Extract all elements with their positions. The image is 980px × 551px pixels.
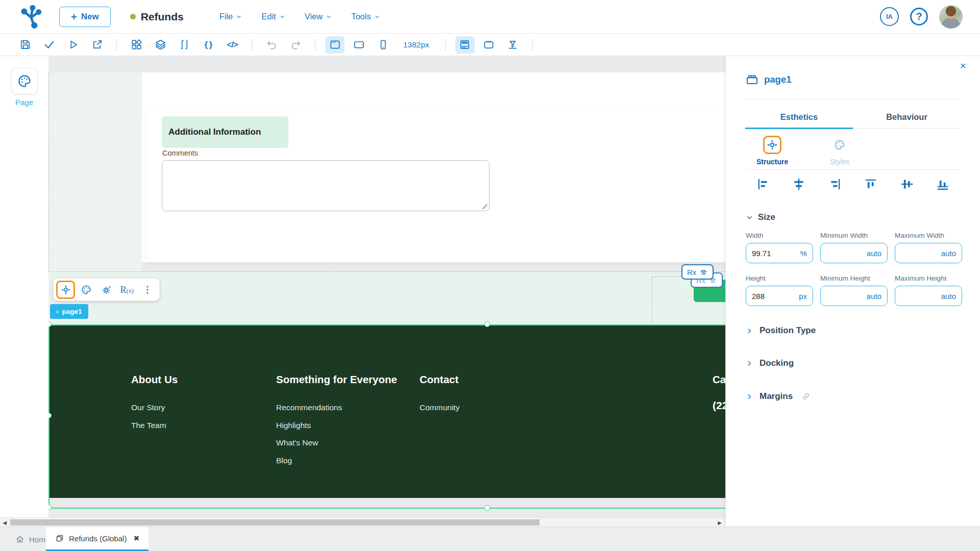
align-center-horizontal-button[interactable]	[792, 178, 805, 191]
field-input[interactable]: auto	[820, 286, 888, 306]
scrollbar-thumb[interactable]	[10, 519, 540, 525]
tab-behaviour[interactable]: Behaviour	[853, 106, 961, 128]
align-top-button[interactable]	[864, 178, 877, 191]
design-canvas[interactable]: Additional Information Comments R(x) ‹ p…	[48, 56, 725, 517]
palette-icon	[17, 73, 32, 89]
structure-icon	[60, 284, 71, 295]
site-footer-widget[interactable]: About UsOur StoryThe TeamSomething for E…	[48, 324, 725, 498]
section-label: Docking	[760, 358, 794, 368]
section-label: Position Type	[760, 325, 816, 336]
footer-link[interactable]: Community	[420, 399, 459, 417]
funnel-button[interactable]	[503, 36, 523, 54]
field-label: Maximum Width	[895, 232, 962, 239]
canvas-horizontal-scrollbar[interactable]: ◀ ▶	[0, 517, 725, 527]
rx-visibility-chip[interactable]: Rx	[681, 264, 714, 280]
menu-file[interactable]: File	[219, 12, 242, 21]
menu-view[interactable]: View	[305, 12, 332, 21]
footer-link[interactable]: Recommendations	[276, 399, 342, 417]
field-input[interactable]: 288 px	[746, 286, 813, 306]
field-label: Width	[746, 232, 813, 239]
export-button[interactable]	[87, 36, 107, 54]
field-unit: %	[800, 249, 807, 258]
tray-icon	[483, 39, 495, 51]
section-position-type[interactable]: Position Type	[746, 325, 816, 336]
desktop-button[interactable]	[325, 36, 345, 54]
subtab-structure[interactable]: Structure	[756, 136, 788, 166]
chevron-right-icon	[746, 327, 753, 335]
rx-button[interactable]: R(x)	[117, 281, 136, 299]
field-input[interactable]: auto	[820, 243, 888, 263]
palette-button[interactable]	[77, 281, 95, 299]
page-tool-label: Page	[0, 98, 48, 107]
menu-tools[interactable]: Tools	[351, 12, 380, 21]
close-tab-icon[interactable]: ✖	[133, 534, 139, 542]
align-right-button[interactable]	[828, 178, 842, 191]
footer-link[interactable]: Our Story	[131, 399, 166, 417]
tablet-icon	[353, 39, 365, 51]
scroll-left-arrow[interactable]: ◀	[1, 519, 8, 526]
structure-button[interactable]	[56, 281, 75, 299]
redo-button[interactable]	[286, 36, 305, 54]
header-footer-button[interactable]	[455, 36, 475, 54]
structure-icon	[766, 139, 778, 151]
save-button[interactable]	[15, 36, 35, 54]
selection-top-line	[48, 324, 725, 325]
footer-link-list: Community	[420, 399, 459, 417]
align-center-vertical-button[interactable]	[900, 178, 914, 191]
dots-button[interactable]	[138, 281, 157, 299]
size-fields-grid: Width 99.71 % Minimum Width auto Maximum…	[746, 232, 962, 306]
check-button[interactable]	[39, 36, 59, 54]
resize-handle-top-center[interactable]	[484, 321, 490, 327]
footer-link[interactable]: The Team	[131, 417, 166, 435]
tab-esthetics[interactable]: Esthetics	[745, 106, 853, 128]
desktop-icon	[329, 39, 341, 51]
panel-close-icon[interactable]: ✕	[960, 61, 966, 71]
footer-column-title: About Us	[131, 373, 178, 386]
widgets-icon	[131, 39, 142, 51]
scroll-right-arrow[interactable]: ▶	[716, 519, 723, 526]
layers-button[interactable]	[151, 36, 170, 54]
field-label: Height	[746, 274, 813, 282]
code-button[interactable]: </>	[223, 36, 242, 54]
footer-link[interactable]: Highlights	[276, 417, 342, 435]
field-input[interactable]: auto	[895, 243, 962, 263]
section-docking[interactable]: Docking	[746, 358, 794, 368]
alignment-toolbar	[756, 178, 949, 191]
phone-button[interactable]	[373, 36, 393, 54]
page-tool-button[interactable]	[11, 68, 38, 94]
help-button[interactable]: ?	[910, 8, 928, 26]
footer-link[interactable]: What's New	[276, 434, 342, 452]
menu-edit[interactable]: Edit	[261, 12, 285, 21]
subtab-styles[interactable]: Styles	[830, 136, 849, 166]
braces-button[interactable]: { }	[199, 36, 218, 54]
field-input[interactable]: 99.71 %	[746, 243, 813, 263]
canvas-width-label: 1382px	[403, 40, 429, 49]
user-avatar[interactable]	[939, 5, 963, 29]
play-button[interactable]	[63, 36, 83, 54]
resize-handle-bottom-left[interactable]	[48, 505, 52, 510]
app-logo-icon[interactable]	[19, 5, 43, 29]
widgets-button[interactable]	[127, 36, 146, 54]
tablet-button[interactable]	[349, 36, 369, 54]
tray-button[interactable]	[479, 36, 499, 54]
app-title-wrap: Refunds	[130, 11, 184, 23]
resize-handle-bottom-center[interactable]	[484, 505, 490, 511]
page1-breadcrumb-chip[interactable]: ‹ page1	[50, 304, 88, 319]
align-left-button[interactable]	[756, 178, 770, 191]
size-section-header[interactable]: Size	[746, 212, 775, 222]
footer-link[interactable]: Blog	[276, 452, 342, 470]
comments-textarea[interactable]	[162, 160, 489, 211]
gear-button[interactable]	[97, 281, 116, 299]
field-unit: auto	[867, 249, 881, 258]
field-input[interactable]: auto	[895, 286, 962, 306]
undo-button[interactable]	[262, 36, 281, 54]
align-bottom-button[interactable]	[936, 178, 949, 191]
field-unit: auto	[867, 292, 881, 300]
section-title-text: Additional Information	[168, 127, 261, 137]
section-title-widget[interactable]: Additional Information	[162, 116, 288, 148]
new-button[interactable]: + New	[59, 7, 111, 27]
ia-badge[interactable]: IA	[880, 7, 899, 26]
bottom-tab-refunds-global-[interactable]: Refunds (Global)✖	[46, 527, 149, 551]
flow-button[interactable]	[175, 36, 194, 54]
section-margins[interactable]: Margins	[746, 391, 811, 402]
